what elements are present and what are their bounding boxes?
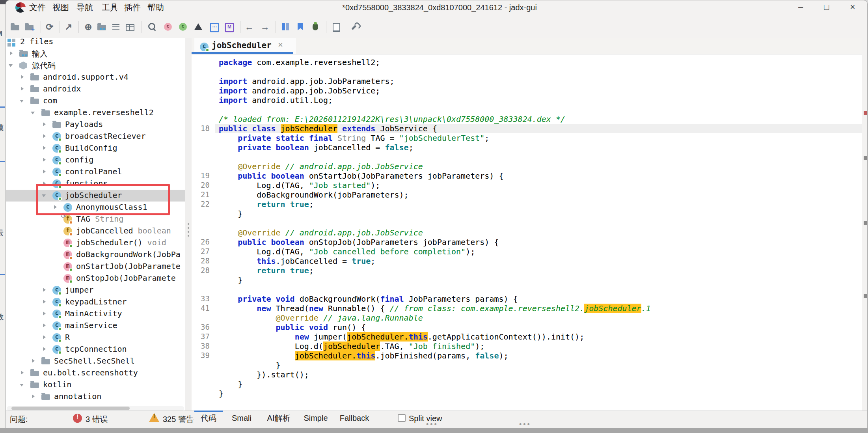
add-files-icon[interactable]	[25, 22, 35, 32]
close-button[interactable]: ×	[845, 1, 861, 13]
deobfuscation-icon[interactable]	[194, 22, 204, 32]
structure-list-icon[interactable]	[112, 22, 123, 32]
view-tab-Fallback[interactable]: Fallback	[335, 411, 374, 425]
back-icon[interactable]: ←	[244, 22, 254, 32]
editor-scrollbar-rail[interactable]	[862, 38, 868, 411]
log-document-icon[interactable]	[331, 22, 341, 32]
chevron-right-icon[interactable]	[41, 134, 47, 139]
warning-count[interactable]: 325 警告	[163, 414, 194, 425]
chevron-right-icon[interactable]	[41, 157, 47, 163]
maximize-button[interactable]: □	[819, 1, 834, 13]
menu-item-1[interactable]: 文件	[29, 2, 46, 13]
view-tab-代码[interactable]: 代码	[194, 411, 223, 425]
view-tab-AI解析[interactable]: AI解析	[261, 411, 297, 425]
tree-item-android.support.v4[interactable]: android.support.v4	[6, 71, 185, 83]
chevron-right-icon[interactable]	[41, 287, 47, 293]
sync-with-editor-icon[interactable]: ⊕	[83, 22, 93, 32]
tree-item-MainActivity[interactable]: MainActivity	[6, 308, 185, 320]
blue-plugin-icon[interactable]: ⋯	[209, 22, 219, 32]
comment-search-icon[interactable]: c	[178, 22, 188, 32]
tab-label[interactable]: jobScheduler	[212, 41, 272, 50]
chevron-right-icon[interactable]	[41, 347, 47, 352]
view-tab-Smali[interactable]: Smali	[225, 411, 258, 425]
tree-item-源代码[interactable]: 源代码	[6, 60, 185, 71]
code-line-4: import android.app.job.JobService;	[192, 86, 862, 95]
tree-item-BuildConfig[interactable]: BuildConfig	[6, 142, 185, 154]
error-count[interactable]: 3 错误	[86, 414, 108, 425]
chevron-right-icon[interactable]	[19, 75, 25, 80]
chevron-down-icon[interactable]	[19, 98, 25, 104]
tree-item-tcpConnection[interactable]: tcpConnection	[6, 343, 185, 355]
menu-item-5[interactable]: 插件	[124, 2, 141, 13]
chevron-right-icon[interactable]	[41, 299, 47, 305]
tree-horizontal-scrollbar[interactable]	[7, 406, 184, 411]
minimize-button[interactable]: –	[793, 1, 808, 13]
text-search-icon[interactable]	[147, 22, 157, 32]
open-file-icon[interactable]	[11, 22, 21, 32]
tree-item-Payloads[interactable]: Payloads	[6, 119, 185, 131]
class-search-icon[interactable]: c	[163, 22, 173, 32]
menu-item-2[interactable]: 视图	[52, 2, 69, 13]
chevron-right-icon[interactable]	[41, 146, 47, 151]
forward-icon[interactable]: →	[260, 22, 270, 32]
tree-item-mainService[interactable]: mainService	[6, 320, 185, 332]
tree-item-com[interactable]: com	[6, 95, 185, 107]
chevron-down-icon[interactable]	[8, 63, 14, 68]
chevron-right-icon[interactable]	[19, 86, 25, 92]
tree-item-onStopJob(JobParamete[interactable]: onStopJob(JobParamete	[6, 272, 185, 284]
bookmark-icon[interactable]	[295, 22, 305, 32]
scrollbar-thumb[interactable]	[11, 407, 130, 410]
drag-handle-dots[interactable]: •••	[426, 423, 442, 426]
tree-item-annotation[interactable]: annotation	[6, 391, 185, 403]
tree-item-R[interactable]: R	[6, 332, 185, 343]
panel-splitter[interactable]	[185, 38, 192, 411]
m-plugin-icon[interactable]: M	[224, 22, 234, 32]
tree-item-jobScheduler()[interactable]: jobScheduler() void	[6, 237, 185, 249]
tree-item-doBackgroundWork(JobPa[interactable]: doBackgroundWork(JobPa	[6, 249, 185, 261]
tree-item-输入[interactable]: 输入	[6, 48, 185, 60]
chevron-down-icon[interactable]	[19, 382, 25, 388]
tree-item-eu.bolt.screenshotty[interactable]: eu.bolt.screenshotty	[6, 367, 185, 379]
chevron-right-icon[interactable]	[41, 122, 47, 127]
line-number	[192, 228, 215, 237]
chevron-down-icon[interactable]	[30, 110, 36, 116]
tree-item-jobCancelled[interactable]: jobCancelled boolean	[6, 225, 185, 237]
tree-item-controlPanel[interactable]: controlPanel	[6, 166, 185, 178]
tree-item-example.reverseshell2[interactable]: example.reverseshell2	[6, 107, 185, 119]
colorful-grid-icon[interactable]	[280, 22, 291, 32]
view-tab-Simple[interactable]: Simple	[299, 411, 332, 425]
split-view-checkbox[interactable]	[398, 414, 406, 422]
class-icon	[52, 168, 61, 176]
chevron-right-icon[interactable]	[41, 323, 47, 328]
chevron-right-icon[interactable]	[8, 51, 14, 56]
chevron-right-icon[interactable]	[41, 311, 47, 317]
tree-item-kotlin[interactable]: kotlin	[6, 379, 185, 391]
tree-item-androidx[interactable]: androidx	[6, 83, 185, 95]
tree-item-SecShell.SecShell[interactable]: SecShell.SecShell	[6, 355, 185, 367]
menu-item-6[interactable]: 帮助	[147, 2, 164, 13]
tree-item-config[interactable]: config	[6, 154, 185, 166]
menu-item-3[interactable]: 导航	[76, 2, 93, 13]
tree-item-onStartJob(JobParamete[interactable]: onStartJob(JobParamete	[6, 261, 185, 272]
chevron-right-icon[interactable]	[41, 335, 47, 340]
chevron-right-icon[interactable]	[41, 169, 47, 175]
chevron-right-icon[interactable]	[30, 394, 36, 399]
menu-item-4[interactable]: 工具	[102, 2, 118, 13]
drag-handle-dots[interactable]: •••	[519, 423, 535, 426]
chevron-right-icon[interactable]	[30, 358, 36, 364]
grid-view-icon[interactable]	[126, 22, 136, 32]
flat-packages-icon[interactable]	[97, 22, 108, 32]
code-editor[interactable]: package com.example.reverseshell2;import…	[192, 54, 862, 411]
tree-item-keypadListner[interactable]: keypadListner	[6, 296, 185, 308]
wrench-icon[interactable]	[350, 22, 360, 32]
tree-item-jumper[interactable]: jumper	[6, 284, 185, 296]
tree-item-2 files[interactable]: 2 files	[6, 38, 185, 48]
tree-item-broadcastReciever[interactable]: broadcastReciever	[6, 131, 185, 142]
bug-icon[interactable]	[310, 22, 320, 32]
reload-icon[interactable]: ⟳	[45, 22, 55, 32]
export-icon[interactable]: ↗	[63, 22, 74, 32]
file-tree[interactable]: 2 files输入源代码android.support.v4androidxco…	[6, 38, 185, 403]
chevron-right-icon[interactable]	[19, 370, 25, 376]
line-number: 38	[192, 342, 215, 351]
tab-close-icon[interactable]: ×	[278, 40, 283, 50]
